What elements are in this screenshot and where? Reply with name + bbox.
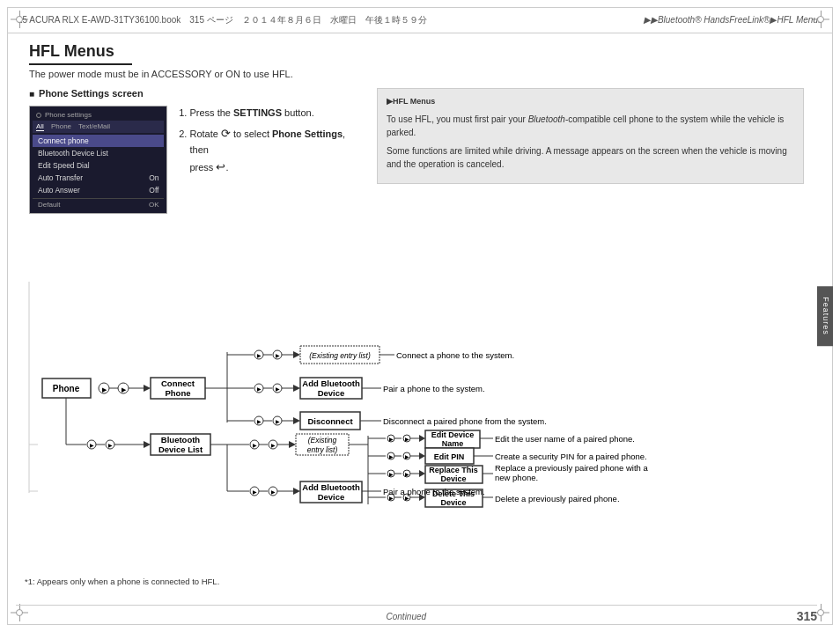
svg-text:▶: ▶ [253, 489, 257, 495]
svg-marker-9 [144, 385, 151, 392]
svg-text:▶: ▶ [276, 419, 280, 424]
svg-text:▶: ▶ [389, 437, 394, 442]
section-heading: Phone Settings screen [29, 88, 364, 99]
svg-text:Connect a phone to the system.: Connect a phone to the system. [396, 350, 514, 360]
info-box-para1: To use HFL, you must first pair your Blu… [387, 113, 794, 139]
svg-text:▶: ▶ [405, 454, 409, 459]
svg-text:Bluetooth: Bluetooth [161, 435, 201, 445]
svg-text:▶: ▶ [122, 386, 127, 393]
svg-text:Replace a previously paired ph: Replace a previously paired phone with a [495, 463, 648, 473]
ps-item-connect-phone[interactable]: Connect phone [33, 135, 164, 147]
ps-item-auto-transfer[interactable]: Auto TransferOn [33, 172, 164, 184]
svg-text:▶: ▶ [257, 353, 262, 358]
instructions: Press the SETTINGS button. Rotate ⟳ to s… [176, 106, 364, 180]
svg-marker-47 [293, 417, 300, 424]
svg-text:▶: ▶ [271, 489, 276, 495]
svg-text:Add Bluetooth: Add Bluetooth [302, 482, 360, 492]
ps-footer: Default OK [33, 198, 164, 210]
svg-marker-60 [144, 441, 151, 448]
col-right: ▶HFL Menus To use HFL, you must first pa… [377, 88, 804, 223]
phone-settings-bold: Phone Settings [272, 129, 343, 139]
svg-text:▶: ▶ [90, 443, 94, 448]
svg-text:▶: ▶ [276, 386, 280, 392]
svg-text:Add Bluetooth: Add Bluetooth [302, 378, 360, 388]
features-tab: Features [817, 286, 833, 346]
info-box-para2: Some functions are limited while driving… [387, 144, 794, 171]
svg-marker-73 [289, 441, 296, 448]
ps-item-speed-dial[interactable]: Edit Speed Dial [33, 159, 164, 172]
svg-marker-86 [419, 435, 425, 442]
svg-text:Edit Device: Edit Device [431, 430, 475, 439]
svg-text:Name: Name [442, 439, 464, 448]
top-header: 15 ACURA RLX E-AWD-31TY36100.book 315 ペー… [7, 7, 833, 33]
svg-text:▶: ▶ [389, 472, 394, 477]
info-box-header: ▶HFL Menus [387, 96, 794, 108]
ps-item-bluetooth-device-list[interactable]: Bluetooth Device List [33, 147, 164, 159]
svg-text:▶: ▶ [405, 472, 409, 477]
svg-text:▶: ▶ [271, 443, 276, 448]
svg-text:new phone.: new phone. [495, 473, 538, 482]
footnote: *1: Appears only when a phone is connect… [25, 577, 219, 586]
svg-text:entry list): entry list) [307, 445, 338, 454]
svg-text:Connect: Connect [161, 378, 195, 388]
page-footer: Continued 315 [16, 605, 817, 623]
ps-tab-textemail[interactable]: Text/eMail [78, 122, 110, 131]
file-info: 15 ACURA RLX E-AWD-31TY36100.book 315 ペー… [18, 14, 644, 26]
svg-marker-22 [293, 351, 300, 358]
flow-svg: Phone ▶ ▶ Connect Phone ▶ ▶ (Existing en… [16, 273, 808, 524]
svg-text:Edit PIN: Edit PIN [434, 452, 465, 461]
svg-text:(Existing: (Existing [308, 436, 337, 445]
info-box: ▶HFL Menus To use HFL, you must first pa… [377, 88, 804, 184]
continued-label: Continued [387, 612, 427, 621]
settings-bold: SETTINGS [233, 107, 282, 118]
svg-text:Device: Device [318, 388, 345, 398]
svg-text:Disconnect: Disconnect [307, 416, 353, 426]
svg-marker-111 [419, 470, 425, 477]
svg-text:▶: ▶ [102, 386, 107, 393]
svg-text:▶: ▶ [276, 353, 280, 358]
page-number: 315 [797, 609, 817, 623]
breadcrumb: ▶▶Bluetooth® HandsFreeLink®▶HFL Menus [644, 15, 822, 25]
ps-tab-phone[interactable]: Phone [51, 122, 71, 131]
page-title: HFL Menus [29, 42, 132, 65]
svg-text:▶: ▶ [389, 454, 394, 459]
two-col-layout: Phone Settings screen Phone settings All… [29, 88, 804, 223]
ps-tabs: All Phone Text/eMail [33, 121, 164, 133]
svg-text:▶: ▶ [405, 437, 409, 442]
svg-text:Device: Device [440, 498, 466, 507]
svg-text:Edit the user name of a paired: Edit the user name of a paired phone. [495, 434, 635, 444]
svg-text:▶: ▶ [257, 386, 262, 392]
svg-text:Device List: Device List [158, 445, 203, 454]
instruction-step1: Press the SETTINGS button. [189, 106, 364, 121]
svg-marker-99 [419, 452, 425, 459]
svg-text:▶: ▶ [257, 419, 262, 424]
svg-marker-34 [293, 385, 300, 392]
svg-text:Phone: Phone [53, 384, 80, 393]
phone-settings-screenshot: Phone settings All Phone Text/eMail Conn… [29, 106, 167, 214]
flow-diagram-area: Phone ▶ ▶ Connect Phone ▶ ▶ (Existing en… [16, 273, 817, 524]
col-left: Phone Settings screen Phone settings All… [29, 88, 364, 223]
ps-item-auto-answer[interactable]: Auto AnswerOff [33, 184, 164, 196]
svg-text:Phone: Phone [165, 388, 190, 398]
svg-text:Delete a previously paired pho: Delete a previously paired phone. [495, 494, 620, 503]
svg-text:Create a security PIN for a pa: Create a security PIN for a paired phone… [495, 452, 647, 461]
svg-text:Replace This: Replace This [429, 466, 478, 474]
svg-text:Pair a phone to the system.: Pair a phone to the system. [383, 487, 485, 496]
svg-text:Pair a phone to the system.: Pair a phone to the system. [383, 384, 485, 393]
svg-text:Device: Device [440, 474, 466, 483]
instruction-step2: Rotate ⟳ to select Phone Settings, thenp… [189, 125, 364, 177]
page-subtitle: The power mode must be in ACCESSORY or O… [29, 69, 804, 79]
svg-text:▶: ▶ [253, 443, 257, 448]
svg-marker-138 [293, 488, 300, 495]
ps-tab-all[interactable]: All [36, 122, 44, 131]
svg-text:(Existing entry list): (Existing entry list) [309, 351, 371, 360]
svg-text:▶: ▶ [108, 443, 113, 448]
svg-text:Device: Device [318, 492, 345, 502]
svg-text:Disconnect a paired phone from: Disconnect a paired phone from the syste… [383, 416, 547, 426]
